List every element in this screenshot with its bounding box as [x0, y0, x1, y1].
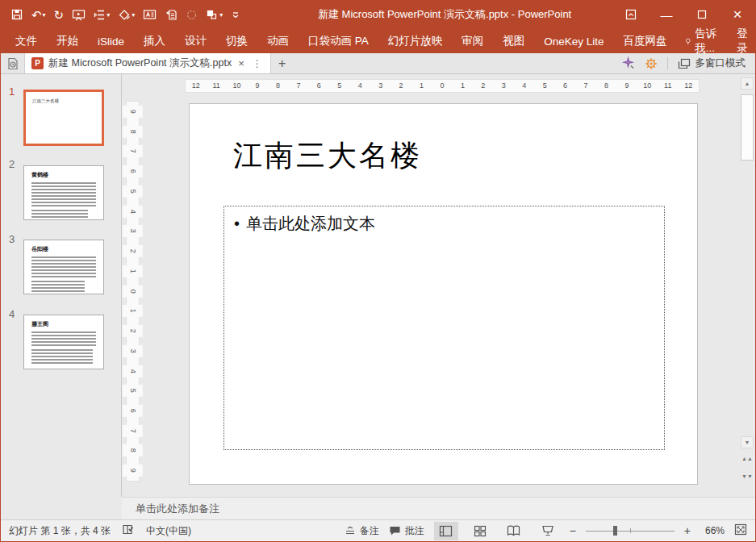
- previous-slide-button[interactable]: ▲▲: [741, 453, 754, 465]
- ruler-number: 6: [123, 405, 143, 417]
- ruler-number: 9: [616, 80, 637, 92]
- zoom-level[interactable]: 66%: [700, 525, 725, 536]
- ribbon-tab[interactable]: 动画: [257, 29, 299, 53]
- zoom-out-button[interactable]: −: [570, 524, 576, 537]
- shapes-icon[interactable]: ▾: [115, 4, 138, 25]
- language-indicator[interactable]: 中文(中国): [146, 524, 191, 538]
- vertical-scrollbar: ▲ ▼ ▲▲ ▼▼: [741, 77, 754, 490]
- ruler-number: 0: [432, 80, 452, 92]
- ribbon-tab[interactable]: iSlide: [88, 29, 134, 53]
- ruler-number: 12: [679, 80, 699, 92]
- ribbon-tab[interactable]: 幻灯片放映: [378, 29, 453, 53]
- ruler-number: 2: [123, 245, 143, 257]
- ruler-number: 5: [123, 385, 143, 397]
- thumbnail-text-lines: [31, 210, 88, 220]
- new-slide-icon[interactable]: [161, 4, 181, 25]
- ribbon-tab[interactable]: 文件: [6, 29, 47, 53]
- ruler-number: 0: [123, 285, 143, 297]
- ribbon-tab-row: 文件开始iSlide插入设计切换动画口袋动画 PA幻灯片放映审阅视图OneKey…: [1, 29, 755, 53]
- fit-slide-to-window-button[interactable]: [734, 523, 747, 538]
- close-button[interactable]: ×: [720, 0, 755, 29]
- slide-thumbnail-1[interactable]: 江南三大名楼: [23, 90, 104, 146]
- document-tab-label: 新建 Microsoft PowerPoint 演示文稿.pptx: [48, 56, 232, 70]
- maximize-button[interactable]: [684, 0, 720, 29]
- notes-pane[interactable]: 单击此处添加备注: [122, 497, 755, 519]
- tell-me-button[interactable]: 告诉我...: [677, 29, 728, 53]
- zoom-in-button[interactable]: +: [684, 524, 691, 537]
- comments-icon: [389, 525, 401, 536]
- zoom-center-tick: [630, 528, 631, 533]
- ruler-number: 7: [123, 425, 143, 437]
- ruler-number: 3: [494, 80, 514, 92]
- tab-close-icon[interactable]: ×: [236, 57, 246, 69]
- session-manager-icon[interactable]: [1, 53, 25, 73]
- arrange-icon[interactable]: ▾: [203, 4, 226, 25]
- ribbon-tab[interactable]: 百度网盘: [614, 29, 677, 53]
- slide-title[interactable]: 江南三大名楼: [233, 136, 422, 176]
- start-slideshow-icon[interactable]: [69, 4, 89, 25]
- minimize-button[interactable]: —: [649, 0, 684, 29]
- slide-thumbnail-4[interactable]: 滕王阁: [23, 315, 104, 369]
- reading-view-button[interactable]: [502, 522, 526, 540]
- notes-toggle[interactable]: 备注: [345, 524, 379, 538]
- disabled-action-icon: [182, 4, 201, 25]
- ruler-number: 8: [123, 126, 143, 138]
- zoom-slider[interactable]: [586, 525, 675, 536]
- text-box-icon[interactable]: [140, 4, 160, 25]
- slide-sorter-view-button[interactable]: [468, 522, 492, 540]
- ribbon-tab[interactable]: 切换: [216, 29, 257, 53]
- slide-editor: 1211109876543210123456789101112 98765432…: [122, 74, 755, 497]
- window-controls: — ×: [613, 0, 755, 29]
- undo-icon[interactable]: ↶▾: [28, 4, 49, 25]
- ruler-number: 4: [123, 365, 143, 377]
- scroll-up-button[interactable]: ▲: [741, 77, 754, 90]
- ribbon-display-options-icon[interactable]: [613, 0, 649, 29]
- scroll-down-button[interactable]: ▼: [741, 436, 754, 448]
- ruler-number: 4: [123, 206, 143, 218]
- active-document-tab[interactable]: P 新建 Microsoft PowerPoint 演示文稿.pptx × ⋮: [25, 53, 271, 73]
- ribbon-tab[interactable]: OneKey Lite: [534, 29, 613, 53]
- ruler-number: 11: [206, 80, 226, 92]
- zoom-slider-thumb[interactable]: [613, 526, 617, 536]
- ruler-number: 7: [575, 80, 595, 92]
- thumbnail-text-lines: [31, 256, 96, 277]
- ruler-number: 1: [123, 305, 143, 317]
- magic-wand-icon[interactable]: [619, 55, 638, 73]
- scrollbar-thumb[interactable]: [741, 94, 754, 161]
- ribbon-tab[interactable]: 视图: [493, 29, 534, 53]
- ribbon-tab[interactable]: 审阅: [452, 29, 493, 53]
- sign-in-button[interactable]: 登录: [727, 29, 756, 53]
- redo-icon[interactable]: ↻: [51, 4, 68, 25]
- ribbon-tab[interactable]: 设计: [175, 29, 216, 53]
- ribbon-tab[interactable]: 开始: [47, 29, 88, 53]
- next-slide-button[interactable]: ▼▼: [741, 471, 754, 483]
- normal-view-button[interactable]: [434, 522, 458, 540]
- new-tab-button[interactable]: +: [271, 53, 294, 73]
- multi-window-mode-button[interactable]: 多窗口模式: [675, 56, 750, 70]
- indent-list-icon[interactable]: ▾: [90, 4, 113, 25]
- settings-gear-icon[interactable]: [641, 55, 661, 73]
- slideshow-view-button[interactable]: [536, 522, 560, 540]
- slide-thumbnail-panel: 1 江南三大名楼 2 黄鹤楼 3 岳阳楼 4 滕王阁: [1, 74, 122, 497]
- ruler-number: 6: [309, 80, 329, 92]
- comments-toggle[interactable]: 批注: [389, 524, 424, 538]
- ruler-number: 5: [329, 80, 349, 92]
- save-icon[interactable]: [7, 4, 27, 25]
- slide-thumbnail-3[interactable]: 岳阳楼: [23, 240, 104, 294]
- spell-check-icon[interactable]: [122, 523, 135, 538]
- slide-thumbnail-2[interactable]: 黄鹤楼: [23, 165, 104, 220]
- ribbon-tab[interactable]: 插入: [134, 29, 175, 53]
- content-placeholder[interactable]: •单击此处添加文本: [223, 206, 665, 450]
- ruler-number: 10: [637, 80, 658, 92]
- horizontal-ruler: 1211109876543210123456789101112: [185, 79, 700, 93]
- ruler-number: 1: [123, 265, 143, 277]
- ribbon-tab[interactable]: 口袋动画 PA: [299, 29, 378, 53]
- ruler-number: 8: [596, 80, 616, 92]
- placeholder-prompt: •单击此处添加文本: [234, 213, 664, 235]
- tab-menu-icon[interactable]: ⋮: [251, 58, 264, 69]
- ruler-number: 3: [123, 345, 143, 357]
- slide-canvas[interactable]: 江南三大名楼 •单击此处添加文本: [189, 103, 698, 485]
- thumbnail-text-lines: [31, 182, 96, 206]
- customize-toolbar-icon[interactable]: [228, 4, 244, 25]
- ruler-number: 3: [123, 225, 143, 237]
